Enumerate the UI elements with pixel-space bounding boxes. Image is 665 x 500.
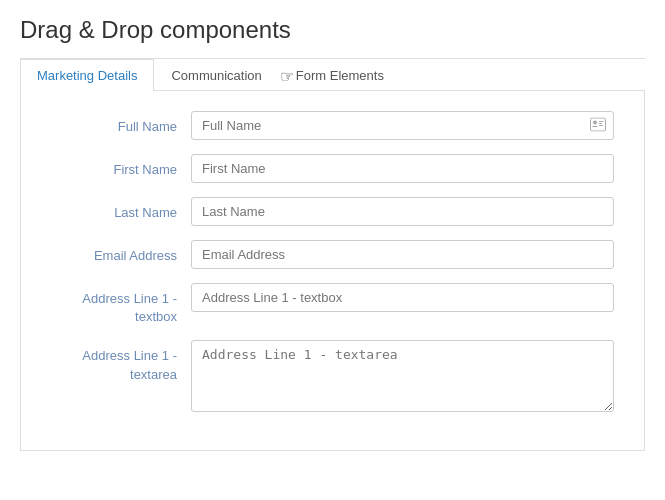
svg-rect-3 [599, 121, 604, 122]
input-wrapper-full-name: ​ [191, 111, 614, 140]
tab-form-elements[interactable]: Form Elements ☞ [279, 59, 401, 91]
form-row-address-line1-textarea: Address Line 1 - textarea [51, 340, 614, 416]
svg-rect-2 [593, 126, 598, 127]
form-row-email-address: Email Address [51, 240, 614, 269]
input-wrapper-first-name [191, 154, 614, 183]
svg-rect-4 [599, 123, 602, 124]
input-wrapper-email-address [191, 240, 614, 269]
last-name-input[interactable] [191, 197, 614, 226]
page-title: Drag & Drop components [20, 16, 645, 44]
form-container: Full Name ​ First Name Last Name [20, 91, 645, 451]
tab-communication[interactable]: Communication [154, 59, 278, 91]
full-name-input[interactable] [191, 111, 614, 140]
label-address-line1-textarea: Address Line 1 - textarea [51, 340, 191, 383]
label-email-address: Email Address [51, 240, 191, 265]
input-wrapper-address-line1-textbox [191, 283, 614, 312]
tabs-bar: Marketing Details Communication Form Ele… [20, 59, 645, 91]
label-last-name: Last Name [51, 197, 191, 222]
tab-marketing-details[interactable]: Marketing Details [20, 59, 154, 91]
contact-card-icon: ​ [590, 117, 606, 134]
svg-rect-5 [599, 125, 603, 126]
form-row-full-name: Full Name ​ [51, 111, 614, 140]
form-row-last-name: Last Name [51, 197, 614, 226]
input-wrapper-address-line1-textarea [191, 340, 614, 416]
form-row-first-name: First Name [51, 154, 614, 183]
label-full-name: Full Name [51, 111, 191, 136]
email-address-input[interactable] [191, 240, 614, 269]
svg-point-1 [593, 120, 597, 124]
form-row-address-line1-textbox: Address Line 1 - textbox [51, 283, 614, 326]
address-line1-textbox-input[interactable] [191, 283, 614, 312]
address-line1-textarea-input[interactable] [191, 340, 614, 412]
label-first-name: First Name [51, 154, 191, 179]
input-wrapper-last-name [191, 197, 614, 226]
svg-rect-0 [591, 118, 606, 131]
first-name-input[interactable] [191, 154, 614, 183]
label-address-line1-textbox: Address Line 1 - textbox [51, 283, 191, 326]
